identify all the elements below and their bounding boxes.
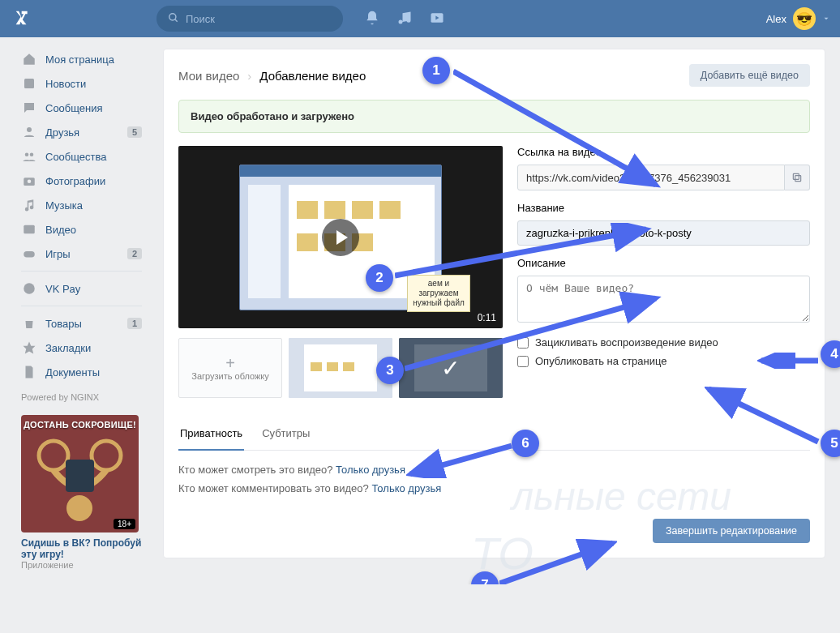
- play-icon[interactable]: [322, 219, 359, 256]
- sidebar-item-label: Товары: [45, 318, 82, 330]
- privacy-view-question: Кто может смотреть это видео?: [178, 464, 332, 476]
- top-header: Alex 😎: [0, 0, 840, 37]
- notifications-icon[interactable]: [364, 10, 380, 28]
- publish-checkbox[interactable]: [517, 356, 529, 367]
- promo-image-title: ДОСТАНЬ СОКРОВИЩЕ!: [21, 420, 139, 430]
- sidebar-item-label: Новости: [45, 78, 86, 90]
- sidebar-item-market[interactable]: Товары1: [15, 311, 148, 336]
- chevron-down-icon: [822, 15, 830, 23]
- chevron-right-icon: ›: [247, 69, 251, 83]
- promo-image: ДОСТАНЬ СОКРОВИЩЕ! 18+: [21, 415, 139, 532]
- plus-icon: +: [225, 355, 235, 371]
- tab-subtitles[interactable]: Субтитры: [260, 417, 311, 450]
- url-label: Ссылка на видео: [517, 146, 810, 158]
- thumbnail-option-selected[interactable]: ✓: [399, 338, 503, 398]
- loop-checkbox-row[interactable]: Зацикливать воспроизведение видео: [517, 336, 810, 349]
- svg-point-8: [28, 180, 32, 184]
- badge: 5: [127, 126, 142, 138]
- thumbnail-option[interactable]: [289, 338, 392, 398]
- privacy-comment-link[interactable]: Только друзья: [371, 482, 441, 494]
- svg-point-12: [39, 441, 68, 470]
- svg-rect-28: [327, 362, 338, 371]
- sidebar-item-news[interactable]: Новости: [15, 71, 148, 96]
- svg-rect-15: [66, 460, 94, 492]
- user-menu[interactable]: Alex 😎: [766, 7, 830, 30]
- svg-rect-19: [324, 201, 345, 219]
- sidebar-item-profile[interactable]: Моя страница: [15, 47, 148, 71]
- svg-rect-3: [24, 79, 34, 88]
- sidebar-item-label: Сообщения: [45, 102, 103, 114]
- svg-rect-27: [311, 362, 322, 371]
- music-icon[interactable]: [396, 10, 413, 28]
- publish-checkbox-row[interactable]: Опубликовать на странице: [517, 355, 810, 367]
- sidebar-item-label: Закладки: [45, 342, 91, 354]
- video-icon[interactable]: [429, 10, 445, 28]
- vk-logo-icon[interactable]: [12, 6, 35, 32]
- star-icon: [21, 340, 37, 355]
- powered-by: Powered by NGINX: [15, 384, 148, 410]
- promo-subtitle: Приложение: [21, 560, 142, 570]
- sidebar-item-groups[interactable]: Сообщества: [15, 144, 148, 169]
- search-box[interactable]: [156, 6, 343, 32]
- sidebar-item-label: Фотографии: [45, 175, 105, 187]
- svg-point-5: [25, 153, 29, 157]
- svg-point-4: [27, 127, 32, 132]
- badge: 2: [127, 248, 142, 259]
- breadcrumb: Мои видео › Добавление видео: [178, 69, 366, 83]
- title-input[interactable]: [517, 220, 810, 246]
- privacy-view-link[interactable]: Только друзья: [336, 464, 405, 476]
- svg-rect-33: [793, 173, 799, 179]
- svg-rect-21: [379, 201, 401, 219]
- sidebar-item-label: VK Pay: [45, 283, 80, 295]
- svg-rect-29: [343, 362, 354, 371]
- svg-point-6: [30, 153, 34, 157]
- groups-icon: [21, 149, 37, 164]
- preview-tooltip: аем и загружаем нужный файл: [407, 275, 470, 312]
- description-label: Описание: [517, 257, 810, 269]
- video-icon: [21, 222, 37, 237]
- promo-block[interactable]: ДОСТАНЬ СОКРОВИЩЕ! 18+ Сидишь в ВК? Попр…: [21, 415, 142, 570]
- description-input[interactable]: [517, 276, 810, 323]
- search-icon: [168, 12, 179, 26]
- copy-icon: [791, 172, 803, 183]
- sidebar-item-video[interactable]: Видео: [15, 217, 148, 242]
- music-icon: [21, 198, 37, 212]
- copy-button[interactable]: [785, 165, 810, 190]
- sidebar: Моя страница Новости Сообщения Друзья5 С…: [15, 37, 148, 584]
- video-url-input[interactable]: [517, 165, 785, 190]
- search-input[interactable]: [186, 13, 332, 25]
- privacy-view-row: Кто может смотреть это видео? Только дру…: [178, 464, 810, 476]
- privacy-comment-question: Кто может комментировать это видео?: [178, 482, 369, 494]
- upload-cover-label: Загрузить обложку: [191, 371, 269, 381]
- sidebar-item-bookmarks[interactable]: Закладки: [15, 336, 148, 360]
- svg-point-14: [66, 495, 92, 521]
- promo-link[interactable]: Сидишь в ВК? Попробуй эту игру!: [21, 537, 142, 560]
- svg-point-13: [92, 441, 121, 470]
- sidebar-item-label: Игры: [45, 248, 71, 260]
- finish-button[interactable]: Завершить редактирование: [653, 519, 810, 543]
- sidebar-item-music[interactable]: Музыка: [15, 193, 148, 217]
- sidebar-item-photos[interactable]: Фотографии: [15, 169, 148, 193]
- publish-label: Опубликовать на странице: [535, 355, 667, 367]
- breadcrumb-current: Добавление видео: [259, 69, 366, 83]
- svg-line-1: [175, 19, 178, 21]
- status-banner: Видео обработано и загружено: [178, 100, 810, 133]
- sidebar-item-docs[interactable]: Документы: [15, 360, 148, 384]
- sidebar-item-label: Видео: [45, 224, 76, 236]
- breadcrumb-root[interactable]: Мои видео: [178, 69, 239, 83]
- sidebar-item-games[interactable]: Игры2: [15, 242, 148, 266]
- upload-cover-button[interactable]: + Загрузить обложку: [178, 338, 282, 398]
- sidebar-item-messages[interactable]: Сообщения: [15, 96, 148, 120]
- sidebar-item-vkpay[interactable]: VK Pay: [15, 276, 148, 301]
- doc-icon: [21, 365, 37, 379]
- sidebar-item-friends[interactable]: Друзья5: [15, 120, 148, 144]
- title-label: Название: [517, 202, 810, 214]
- svg-point-11: [24, 283, 35, 294]
- add-more-button[interactable]: Добавить ещё видео: [689, 64, 810, 87]
- checkmark-icon: ✓: [441, 355, 460, 382]
- loop-checkbox[interactable]: [517, 337, 529, 349]
- video-preview[interactable]: аем и загружаем нужный файл 0:11: [178, 146, 503, 328]
- svg-rect-10: [24, 251, 35, 258]
- tab-privacy[interactable]: Приватность: [178, 417, 244, 451]
- svg-rect-9: [24, 225, 35, 234]
